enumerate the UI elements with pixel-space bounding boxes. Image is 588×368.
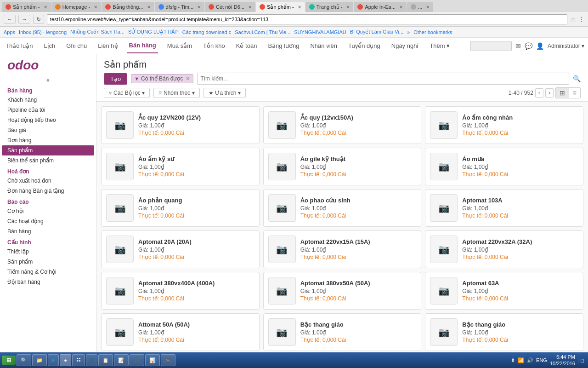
product-card[interactable]: 📷 Áo mưa Giá: 1,00₫ Thực tế: 0,000 Cái bbox=[425, 148, 583, 185]
bookmark-9[interactable]: Other bookmarks bbox=[413, 29, 452, 35]
task-misc4[interactable]: 📊 bbox=[145, 354, 160, 366]
product-card[interactable]: 📷 Áo gile kỹ thuật Giá: 1,00₫ Thực tế: 0… bbox=[263, 148, 422, 185]
bookmark-star[interactable]: ☆ bbox=[570, 16, 576, 23]
task-apps[interactable]: ☷ bbox=[72, 354, 85, 366]
filter-dropdown-button[interactable]: ▿ Các Bộ lọc ▾ bbox=[104, 88, 150, 98]
sidebar-item-sidebar-hoa-don-1[interactable]: Đơn hàng Bán giá tặng bbox=[0, 186, 96, 196]
sidebar-item-sidebar-bao-cao-2[interactable]: Bán hàng bbox=[0, 226, 96, 236]
product-card[interactable]: 📷 Aptomat 220vx15A (15A) Giá: 1,00₫ Thực… bbox=[263, 230, 422, 268]
show-desktop-icon[interactable]: ◻ bbox=[578, 357, 584, 363]
product-card[interactable]: 📷 Ắc quy 12VN200 (12V) Giá: 1,00₫ Thực t… bbox=[101, 106, 260, 144]
task-chrome[interactable]: ● bbox=[60, 354, 71, 366]
task-excel[interactable]: X bbox=[86, 354, 97, 366]
bookmark-8[interactable]: » bbox=[407, 29, 410, 35]
nav-item-9[interactable]: Nhân viên bbox=[308, 39, 339, 53]
address-bar[interactable] bbox=[47, 14, 567, 24]
browser-tab-5[interactable]: Sản phẩm -✕ bbox=[256, 2, 305, 12]
browser-tab-4[interactable]: Cút nối D6...✕ bbox=[205, 2, 255, 12]
bookmark-6[interactable]: SUYNGHIVALAMGIAU bbox=[294, 29, 346, 35]
product-card[interactable]: 📷 Attomat 50A (50A) Giá: 1,00₫ Thực tế: … bbox=[101, 313, 260, 351]
sidebar-scroll-up[interactable]: ▲ bbox=[0, 75, 96, 85]
nav-item-8[interactable]: Bảng lương bbox=[266, 39, 301, 53]
sidebar-item-sidebar-ban-hang-3[interactable]: Báo giá bbox=[0, 125, 96, 135]
sidebar-item-sidebar-cau-hinh-0[interactable]: Thiết lập bbox=[0, 247, 96, 257]
admin-label[interactable]: Administrator ▾ bbox=[548, 43, 584, 49]
sidebar-item-sidebar-ban-hang-6[interactable]: Biên thể sản phẩm bbox=[0, 155, 96, 166]
scroll-up-icon[interactable]: ▲ bbox=[45, 76, 51, 83]
group-by-button[interactable]: ≡ Nhóm theo ▾ bbox=[153, 88, 200, 98]
search-submit-icon[interactable]: 🔍 bbox=[573, 75, 581, 82]
product-card[interactable]: 📷 Aptomat 63A Giá: 1,00₫ Thực tế: 0,000 … bbox=[425, 272, 583, 310]
favorite-button[interactable]: ★ Ưa thích ▾ bbox=[204, 88, 246, 98]
list-view-button[interactable]: ≡ bbox=[569, 88, 580, 98]
nav-item-6[interactable]: Tồn kho bbox=[201, 39, 227, 53]
product-card[interactable]: 📷 Áo phao cứu sinh Giá: 1,00₫ Thực tế: 0… bbox=[263, 189, 422, 227]
task-explorer[interactable]: 📁 bbox=[32, 354, 47, 366]
filter-tag-close[interactable]: ✕ bbox=[186, 75, 190, 82]
browser-tab-6[interactable]: Trang chủ -✕ bbox=[305, 2, 354, 12]
product-card[interactable]: 📷 Áo ấm công nhân Giá: 1,00₫ Thực tế: 0,… bbox=[425, 106, 583, 144]
settings-icon[interactable]: ⋮ bbox=[579, 16, 584, 23]
prev-page-button[interactable]: ‹ bbox=[535, 88, 543, 98]
task-misc5[interactable]: 🎮 bbox=[161, 354, 175, 366]
browser-tab-3[interactable]: dfsfg - Tim...✕ bbox=[155, 2, 205, 12]
nav-item-12[interactable]: Thêm ▾ bbox=[428, 39, 452, 53]
browser-tab-8[interactable]: ...✕ bbox=[407, 2, 433, 12]
kanban-view-button[interactable]: ⊞ bbox=[556, 88, 569, 98]
product-card[interactable]: 📷 Aptomat 103A Giá: 1,00₫ Thực tế: 0,000… bbox=[425, 189, 583, 227]
user-icon[interactable]: 👤 bbox=[536, 42, 544, 50]
browser-tab-2[interactable]: Bảng thông...✕ bbox=[102, 2, 154, 12]
sidebar-item-sidebar-ban-hang-4[interactable]: Đơn hàng bbox=[0, 135, 96, 145]
next-page-button[interactable]: › bbox=[545, 88, 554, 98]
bookmark-0[interactable]: Apps bbox=[4, 29, 15, 35]
sidebar-item-sidebar-cau-hinh-2[interactable]: Tiềm năng & Cơ hội bbox=[0, 267, 96, 277]
task-misc2[interactable]: 📝 bbox=[114, 354, 129, 366]
bookmark-4[interactable]: Các trang download c bbox=[182, 29, 231, 35]
product-card[interactable]: 📷 Aptomat 380vx400A (400A) Giá: 1,00₫ Th… bbox=[101, 272, 260, 310]
product-card[interactable]: 📷 Ắc quy (12vx150A) Giá: 1,00₫ Thực tế: … bbox=[263, 106, 422, 144]
chat-icon[interactable]: 💬 bbox=[525, 42, 532, 50]
browser-tab-7[interactable]: Apple In-Ea...✕ bbox=[354, 2, 407, 12]
reload-button[interactable]: ↻ bbox=[33, 15, 44, 24]
sidebar-item-sidebar-cau-hinh-1[interactable]: Sản phẩm bbox=[0, 257, 96, 267]
bookmark-2[interactable]: Những Cuốn Sách Ha... bbox=[70, 29, 124, 35]
top-search-input[interactable] bbox=[470, 41, 512, 51]
sidebar-item-sidebar-bao-cao-1[interactable]: Các hoạt động bbox=[0, 216, 96, 226]
product-card[interactable]: 📷 Áo phản quang Giá: 1,00₫ Thực tế: 0,00… bbox=[101, 189, 260, 227]
create-button[interactable]: Tạo bbox=[104, 73, 127, 85]
nav-item-3[interactable]: Liên hệ bbox=[96, 39, 119, 53]
bookmark-5[interactable]: Sachvui.Com | Thu Vie... bbox=[235, 29, 290, 35]
product-card[interactable]: 📷 Aptomat 380vx50A (50A) Giá: 1,00₫ Thực… bbox=[263, 272, 422, 310]
nav-item-0[interactable]: Thảo luận bbox=[4, 39, 34, 53]
task-edge[interactable]: e bbox=[48, 354, 59, 366]
nav-item-2[interactable]: Ghi chú bbox=[64, 39, 89, 53]
search-input[interactable] bbox=[197, 73, 569, 85]
sidebar-item-sidebar-ban-hang-2[interactable]: Hoạt động tiếp theo bbox=[0, 115, 96, 125]
product-card[interactable]: 📷 Aptomat 220vx32A (32A) Giá: 1,00₫ Thực… bbox=[425, 230, 583, 268]
search-taskbar[interactable]: 🔍 bbox=[17, 354, 31, 366]
filter-tag-ban-duoc[interactable]: ▼ Có thể Bán được ✕ bbox=[131, 74, 193, 83]
product-card[interactable]: 📷 Áo ấm kỹ sư Giá: 1,00₫ Thực tế: 0,000 … bbox=[101, 148, 260, 185]
nav-item-4[interactable]: Bán hàng bbox=[127, 38, 158, 53]
sidebar-item-sidebar-bao-cao-0[interactable]: Cơ hội bbox=[0, 206, 96, 216]
sidebar-item-sidebar-cau-hinh-3[interactable]: Đội bán hàng bbox=[0, 277, 96, 287]
nav-item-11[interactable]: Ngày nghỉ bbox=[390, 39, 421, 53]
nav-item-5[interactable]: Mua sắm bbox=[165, 39, 194, 53]
forward-button[interactable]: → bbox=[18, 15, 30, 24]
product-card[interactable]: 📷 Bậc thang giáo Giá: 1,00₫ Thực tế: 0,0… bbox=[263, 313, 422, 351]
task-misc3[interactable]: 🎵 bbox=[130, 354, 144, 366]
product-card[interactable]: 📷 Aptomat 20A (20A) Giá: 1,00₫ Thực tế: … bbox=[101, 230, 260, 268]
product-card[interactable]: 📷 Bậc thang giáo Giá: 1,00₫ Thực tế: 0,0… bbox=[425, 313, 583, 351]
nav-item-7[interactable]: Kế toán bbox=[234, 39, 259, 53]
back-button[interactable]: ← bbox=[4, 15, 16, 24]
sidebar-item-sidebar-ban-hang-1[interactable]: Pipeline của tôi bbox=[0, 105, 96, 115]
browser-tab-0[interactable]: Sản phẩm -✕ bbox=[2, 2, 51, 12]
nav-item-1[interactable]: Lịch bbox=[42, 39, 57, 53]
start-button[interactable]: ⊞ bbox=[2, 356, 16, 365]
browser-tab-1[interactable]: Homepage -✕ bbox=[51, 2, 102, 12]
bookmark-1[interactable]: Inbox (95) - lengocng bbox=[19, 29, 67, 35]
sidebar-item-sidebar-ban-hang-0[interactable]: Khách hàng bbox=[0, 95, 96, 105]
bookmark-3[interactable]: SỬ DỤNG LUẬT HẤP bbox=[128, 29, 179, 35]
messages-icon[interactable]: ✉ bbox=[515, 42, 521, 50]
bookmark-7[interactable]: Bí Quyết Làm Giàu Vi... bbox=[350, 29, 403, 35]
